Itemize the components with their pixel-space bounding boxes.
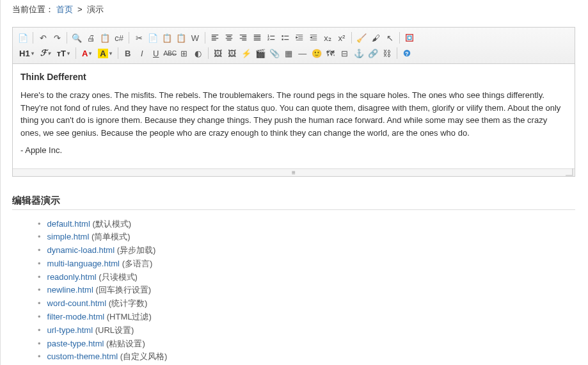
editor-resize-handle[interactable]: ≡ — [13, 168, 575, 176]
svg-point-2 — [282, 35, 283, 37]
demo-desc: (粘贴设置) — [104, 339, 145, 348]
editor-content[interactable]: Think Defferent Here's to the crazy ones… — [13, 64, 575, 168]
superscript-icon[interactable]: x² — [335, 31, 348, 44]
bgcolor-dropdown[interactable]: A▾ — [95, 47, 114, 60]
table-icon[interactable]: ▦ — [282, 47, 295, 60]
pagebreak-icon[interactable]: ⊟ — [338, 47, 351, 60]
align-right-icon[interactable] — [237, 31, 250, 44]
textcolor-dropdown[interactable]: A▾ — [79, 47, 94, 60]
demo-desc: (自定义风格) — [118, 352, 167, 361]
list-ol-icon[interactable]: 12 — [265, 31, 278, 44]
code-icon[interactable]: c# — [113, 31, 125, 44]
demo-link[interactable]: filter-mode.html — [47, 312, 105, 321]
list-item: word-count.html (统计字数) — [38, 297, 576, 311]
demo-link[interactable]: dynamic-load.html — [47, 245, 115, 255]
breadcrumb-sep: > — [75, 4, 86, 14]
heading-dropdown[interactable]: H1▾ — [17, 47, 36, 60]
image-icon[interactable]: 🖼 — [212, 47, 225, 60]
demo-desc: (简单模式) — [89, 232, 130, 241]
media-icon[interactable]: 🎬 — [254, 47, 267, 60]
list-item: default.html (默认模式) — [38, 218, 576, 231]
demo-desc: (URL设置) — [93, 325, 134, 335]
align-left-icon[interactable] — [209, 31, 221, 44]
cut-icon[interactable]: ✂ — [132, 31, 145, 44]
select-all-icon[interactable]: ↖ — [383, 31, 396, 44]
italic-icon[interactable]: I — [136, 47, 148, 60]
demo-link[interactable]: multi-language.html — [47, 259, 120, 268]
remove-format-icon[interactable]: 🧹 — [355, 31, 368, 44]
demo-desc: (默认模式) — [90, 219, 131, 229]
copy-icon[interactable]: 📄 — [147, 31, 159, 44]
rich-text-editor: 📄↶↷🔍🖨📋c#✂📄📋📋W12x₂x²🧹🖌↖ H1▾ ℱ▾ тT▾ A▾ A▾ … — [12, 27, 575, 177]
flash-icon[interactable]: ⚡ — [240, 47, 253, 60]
list-item: dynamic-load.html (异步加载) — [38, 244, 576, 257]
svg-point-3 — [282, 38, 283, 40]
fontfamily-dropdown[interactable]: ℱ▾ — [38, 47, 53, 60]
demo-link[interactable]: paste-type.html — [47, 339, 104, 348]
list-item: paste-type.html (粘贴设置) — [38, 337, 576, 351]
row-col-icon[interactable]: ⊞ — [178, 47, 191, 60]
demo-desc: (异步加载) — [115, 245, 155, 255]
preview-icon[interactable]: 🔍 — [70, 31, 83, 44]
demo-link[interactable]: custom-theme.html — [47, 352, 118, 361]
svg-text:2: 2 — [267, 37, 269, 41]
list-item: readonly.html (只读模式) — [38, 271, 576, 284]
multiimage-icon[interactable]: 🖼 — [226, 47, 239, 60]
print-icon[interactable]: 🖨 — [84, 31, 97, 44]
demo-link[interactable]: word-count.html — [47, 298, 106, 308]
content-p2: - Apple Inc. — [20, 144, 567, 157]
subscript-icon[interactable]: x₂ — [321, 31, 334, 44]
fontsize-dropdown[interactable]: тT▾ — [54, 47, 72, 60]
breadcrumb-label: 当前位置： — [12, 4, 54, 14]
align-center-icon[interactable] — [223, 31, 235, 44]
demo-link[interactable]: readonly.html — [47, 272, 97, 282]
paste-icon[interactable]: 📋 — [161, 31, 173, 44]
link-icon[interactable]: 🔗 — [367, 47, 379, 60]
demo-desc: (回车换行设置) — [93, 285, 151, 295]
unlink-icon[interactable]: ⛓ — [381, 47, 393, 60]
demo-desc: (只读模式) — [97, 272, 138, 282]
list-item: url-type.html (URL设置) — [38, 324, 576, 337]
demo-link[interactable]: newline.html — [47, 285, 93, 295]
undo-icon[interactable]: ↶ — [36, 31, 49, 44]
redo-icon[interactable]: ↷ — [51, 31, 63, 44]
demo-list: default.html (默认模式)simple.html (简单模式)dyn… — [12, 218, 576, 366]
anchor-icon[interactable]: ⚓ — [353, 47, 365, 60]
template-icon[interactable]: 📋 — [99, 31, 111, 44]
demo-desc: (多语言) — [120, 259, 152, 268]
indent-icon[interactable] — [293, 31, 306, 44]
demo-link[interactable]: url-type.html — [47, 325, 93, 335]
help-icon[interactable]: ? — [401, 47, 413, 60]
underline-icon[interactable]: U — [150, 47, 163, 60]
breadcrumb: 当前位置： 首页 > 演示 — [12, 4, 576, 15]
source-icon[interactable]: 📄 — [17, 31, 29, 44]
demo-desc: (HTML过滤) — [104, 312, 152, 321]
demo-desc: (统计字数) — [106, 298, 147, 308]
bold-icon[interactable]: B — [122, 47, 134, 60]
hr-icon[interactable]: — — [296, 47, 309, 60]
svg-rect-5 — [408, 36, 411, 39]
demo-link[interactable]: simple.html — [47, 232, 90, 241]
align-justify-icon[interactable] — [251, 31, 264, 44]
list-item: simple.html (简单模式) — [38, 231, 576, 244]
emoji-icon[interactable]: 🙂 — [310, 47, 323, 60]
list-item: filter-mode.html (HTML过滤) — [38, 311, 576, 324]
list-item: multi-language.html (多语言) — [38, 257, 576, 271]
outdent-icon[interactable] — [307, 31, 320, 44]
paste-word-icon[interactable]: W — [189, 31, 202, 44]
paste-text-icon[interactable]: 📋 — [175, 31, 187, 44]
breadcrumb-current: 演示 — [87, 4, 104, 14]
list-item: custom-theme.html (自定义风格) — [38, 350, 576, 364]
list-ul-icon[interactable] — [279, 31, 292, 44]
content-p1: Here's to the crazy ones. The misfits. T… — [20, 89, 567, 139]
demo-link[interactable]: default.html — [47, 219, 90, 229]
attachment-icon[interactable]: 📎 — [268, 47, 281, 60]
eraser-icon[interactable]: ◐ — [192, 47, 205, 60]
breadcrumb-home-link[interactable]: 首页 — [56, 4, 73, 14]
map-icon[interactable]: 🗺 — [324, 47, 337, 60]
editor-toolbar: 📄↶↷🔍🖨📋c#✂📄📋📋W12x₂x²🧹🖌↖ H1▾ ℱ▾ тT▾ A▾ A▾ … — [13, 28, 575, 64]
fullscreen-icon[interactable] — [403, 31, 416, 44]
strike-icon[interactable]: ABC — [164, 47, 177, 60]
svg-rect-4 — [406, 35, 413, 42]
quickformat-icon[interactable]: 🖌 — [369, 31, 382, 44]
